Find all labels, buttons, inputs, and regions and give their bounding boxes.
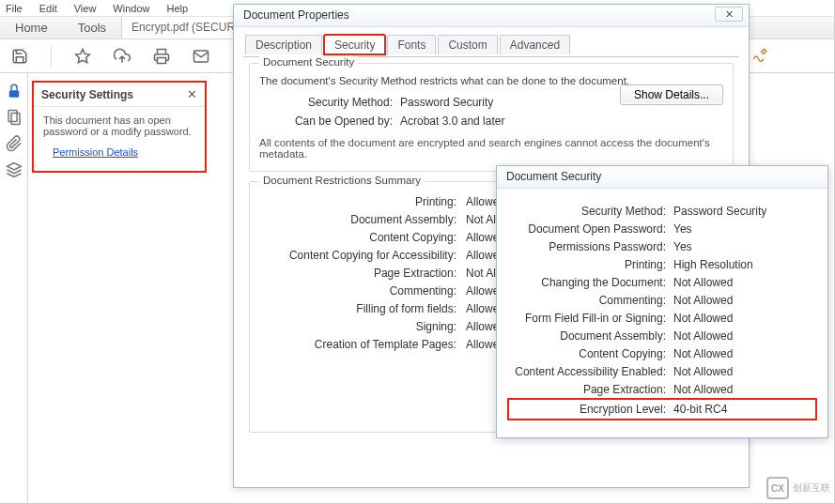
security-detail-label: Form Field Fill-in or Signing: — [510, 312, 673, 325]
details-dialog-title: Document Security — [497, 166, 827, 189]
menu-help[interactable]: Help — [164, 2, 190, 15]
attachment-icon[interactable] — [6, 135, 23, 152]
watermark-logo: CX — [766, 477, 789, 499]
restriction-label: Document Assembly: — [259, 213, 466, 226]
svg-marker-8 — [7, 163, 21, 171]
security-detail-label: Changing the Document: — [510, 276, 673, 289]
restriction-label: Content Copying for Accessibility: — [259, 249, 466, 262]
svg-rect-5 — [8, 90, 19, 98]
security-detail-label: Document Assembly: — [510, 329, 673, 343]
file-tab-label: Encrypt.pdf (SECUR... — [131, 21, 244, 34]
security-detail-row: Content Copying:Not Allowed — [510, 347, 814, 360]
security-detail-value: Not Allowed — [673, 383, 814, 396]
security-detail-label: Permissions Password: — [510, 240, 673, 253]
print-icon[interactable] — [153, 48, 170, 65]
tab-home[interactable]: Home — [0, 17, 63, 38]
document-security-legend: Document Security — [259, 56, 358, 68]
tab-description[interactable]: Description — [245, 35, 322, 54]
security-detail-value: Not Allowed — [673, 312, 814, 325]
security-detail-row: Document Assembly:Not Allowed — [510, 329, 814, 343]
security-detail-label: Document Open Password: — [510, 222, 673, 236]
menu-view[interactable]: View — [72, 2, 99, 15]
security-detail-row: Printing:High Resolution — [510, 258, 814, 271]
lock-icon[interactable] — [6, 83, 23, 99]
svg-marker-0 — [76, 49, 90, 62]
svg-rect-1 — [158, 57, 166, 63]
dialog-close-icon[interactable]: ✕ — [715, 7, 743, 22]
security-method-value: Password Security — [400, 96, 493, 109]
save-icon[interactable] — [11, 48, 28, 65]
mail-icon[interactable] — [193, 48, 209, 65]
security-detail-value: Not Allowed — [673, 347, 814, 360]
security-detail-label: Security Method: — [510, 205, 673, 218]
security-detail-value: Password Security — [673, 205, 814, 218]
security-settings-panel: Security Settings ✕ This document has an… — [32, 81, 207, 173]
show-details-button[interactable]: Show Details... — [620, 84, 723, 105]
layers-icon[interactable] — [6, 161, 23, 178]
toolbar-separator — [51, 46, 52, 67]
sign-icon[interactable] — [751, 47, 768, 64]
security-detail-row: Content Accessibility Enabled:Not Allowe… — [510, 365, 814, 378]
tab-advanced[interactable]: Advanced — [500, 35, 570, 54]
watermark-text: 创新互联 — [793, 481, 830, 495]
security-settings-title: Security Settings — [41, 88, 187, 101]
restriction-label: Commenting: — [259, 284, 466, 298]
restriction-label: Creation of Template Pages: — [259, 338, 466, 351]
security-detail-row: Form Field Fill-in or Signing:Not Allowe… — [510, 312, 814, 325]
security-detail-label: Printing: — [510, 258, 673, 271]
panel-close-icon[interactable]: ✕ — [187, 87, 197, 101]
svg-rect-7 — [11, 114, 20, 125]
left-rail — [0, 73, 28, 503]
encrypted-note: All contents of the document are encrypt… — [259, 137, 723, 160]
document-security-fieldset: Document Security Show Details... The do… — [249, 63, 734, 172]
tab-tools[interactable]: Tools — [63, 17, 121, 38]
can-open-label: Can be Opened by: — [259, 115, 400, 128]
tab-fonts[interactable]: Fonts — [387, 35, 436, 54]
security-method-label: Security Method: — [259, 96, 400, 109]
restriction-label: Printing: — [259, 195, 466, 208]
security-detail-label: Content Accessibility Enabled: — [510, 365, 673, 378]
restrictions-legend: Document Restrictions Summary — [259, 175, 425, 186]
security-detail-value: High Resolution — [673, 258, 814, 271]
restriction-label: Page Extraction: — [259, 267, 466, 280]
security-detail-row: Commenting:Not Allowed — [510, 294, 814, 307]
security-detail-value: Not Allowed — [673, 329, 814, 343]
menu-file[interactable]: File — [4, 2, 24, 15]
security-detail-row: Document Open Password:Yes — [510, 222, 814, 236]
dialog-title: Document Properties — [243, 8, 349, 22]
tab-security[interactable]: Security — [324, 35, 385, 54]
restriction-label: Signing: — [259, 320, 466, 333]
security-detail-row: Page Extraction:Not Allowed — [510, 383, 814, 396]
security-detail-label: Content Copying: — [510, 347, 673, 360]
cloud-upload-icon[interactable] — [114, 48, 131, 65]
security-detail-label: Encryption Level: — [510, 403, 673, 416]
svg-rect-6 — [8, 111, 17, 122]
security-settings-body: This document has an open password or a … — [43, 115, 195, 137]
star-icon[interactable] — [74, 48, 91, 65]
security-detail-value: Not Allowed — [673, 365, 814, 378]
security-detail-label: Commenting: — [510, 294, 673, 307]
menu-window[interactable]: Window — [111, 2, 151, 15]
security-detail-row: Changing the Document:Not Allowed — [510, 276, 814, 289]
security-detail-label: Page Extraction: — [510, 383, 673, 396]
security-detail-row: Encryption Level:40-bit RC4 — [510, 401, 814, 418]
security-detail-value: Not Allowed — [673, 294, 814, 307]
tab-custom[interactable]: Custom — [438, 35, 497, 54]
can-open-value: Acrobat 3.0 and later — [400, 115, 504, 128]
restriction-label: Filling of form fields: — [259, 302, 466, 315]
security-detail-value: Yes — [673, 240, 814, 253]
security-detail-value: Not Allowed — [673, 276, 814, 289]
restriction-label: Content Copying: — [259, 231, 466, 244]
security-detail-value: 40-bit RC4 — [673, 403, 814, 416]
menu-edit[interactable]: Edit — [38, 2, 59, 15]
properties-tabs: Description Security Fonts Custom Advanc… — [245, 35, 749, 54]
permission-details-link[interactable]: Permission Details — [53, 146, 138, 158]
pages-icon[interactable] — [6, 109, 23, 126]
security-detail-row: Permissions Password:Yes — [510, 240, 814, 253]
security-detail-value: Yes — [673, 222, 814, 236]
security-detail-row: Security Method:Password Security — [510, 205, 814, 218]
watermark: CX 创新互联 — [766, 477, 830, 499]
document-security-details-dialog: Document Security Security Method:Passwo… — [496, 165, 828, 438]
